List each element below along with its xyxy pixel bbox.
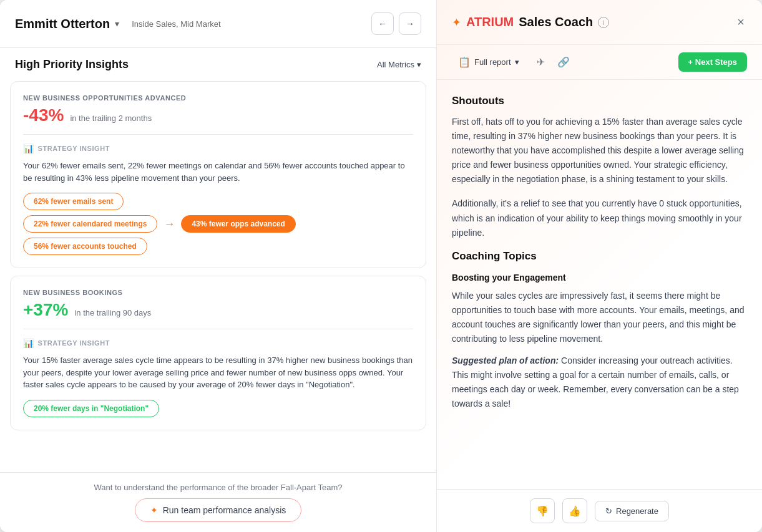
insights-list: NEW BUSINESS OPPORTUNITIES ADVANCED -43%… (0, 81, 436, 472)
card-2-label: NEW BUSINESS BOOKINGS (23, 289, 413, 296)
card-2-insight-text: Your 15% faster average sales cycle time… (23, 354, 413, 391)
pill-negotiation[interactable]: 20% fewer days in "Negotiation" (23, 400, 159, 417)
run-analysis-label: Run team performance analysis (163, 505, 286, 515)
right-panel: ✦ ATRIUM Sales Coach i × 📋 Full report ▾… (437, 0, 762, 532)
card-2-metric-pct: +37% (23, 300, 68, 320)
pill-meetings[interactable]: 22% fewer calendared meetings (23, 215, 157, 233)
toolbar-icons: ✈ 🔗 (533, 52, 671, 72)
insight-card-1: NEW BUSINESS OPPORTUNITIES ADVANCED -43%… (10, 81, 426, 268)
right-footer: 👎 👍 ↻ Regenerate (437, 489, 762, 532)
user-role: Inside Sales, Mid Market (132, 19, 220, 29)
card-2-strategy-label: 📊 STRATEGY INSIGHT (23, 338, 413, 348)
bar-chart-icon: 📊 (23, 143, 34, 153)
right-header: ✦ ATRIUM Sales Coach i × (437, 0, 762, 45)
close-button[interactable]: × (735, 12, 747, 32)
right-content: Shoutouts First off, hats off to you for… (437, 80, 762, 489)
card-2-divider (23, 329, 413, 329)
bar-chart-icon-2: 📊 (23, 338, 34, 348)
card-1-label: NEW BUSINESS OPPORTUNITIES ADVANCED (23, 94, 413, 102)
sparkle-logo-icon: ✦ (452, 16, 461, 29)
pill-accounts-touched[interactable]: 56% fewer accounts touched (23, 238, 147, 255)
send-icon-button[interactable]: ✈ (533, 52, 549, 72)
shoutouts-text-1: First off, hats off to you for achieving… (452, 115, 747, 186)
pill-row-1: 22% fewer calendared meetings → 43% fewe… (23, 215, 413, 233)
user-dropdown-icon[interactable]: ▾ (115, 19, 119, 29)
card-2-pills: 20% fewer days in "Negotiation" (23, 400, 413, 417)
report-icon: 📋 (458, 56, 471, 68)
pill-opps-advanced[interactable]: 43% fewer opps advanced (181, 215, 295, 233)
shoutouts-heading: Shoutouts (452, 95, 747, 107)
coach-title: ✦ ATRIUM Sales Coach i (452, 15, 609, 29)
card-1-metric-row: -43% in the trailing 2 months (23, 105, 413, 125)
sparkle-icon: ✦ (150, 505, 158, 515)
atrium-text: ATRIUM (466, 15, 514, 29)
topic-heading: Boosting your Engagement (452, 273, 747, 283)
card-1-metric-subtitle: in the trailing 2 months (70, 114, 152, 123)
team-footer: Want to understand the performance of th… (0, 472, 436, 532)
left-panel: Emmitt Otterton ▾ Inside Sales, Mid Mark… (0, 0, 437, 532)
nav-back-button[interactable]: ← (371, 12, 394, 35)
thumbs-up-button[interactable]: 👍 (562, 498, 587, 523)
suggested-plan-label: Suggested plan of action: (452, 355, 559, 365)
info-icon[interactable]: i (598, 17, 609, 28)
user-name: Emmitt Otterton (15, 17, 110, 31)
card-1-pills: 62% fewer emails sent 22% fewer calendar… (23, 193, 413, 255)
team-question: Want to understand the performance of th… (15, 483, 421, 492)
chevron-down-icon: ▾ (417, 60, 421, 69)
full-report-button[interactable]: 📋 Full report ▾ (452, 52, 525, 72)
next-steps-button[interactable]: + Next Steps (678, 52, 747, 72)
topic-text: While your sales cycles are impressively… (452, 289, 747, 346)
arrow-right-icon: → (164, 218, 175, 231)
nav-arrows: ← → (371, 12, 421, 35)
card-1-insight-text: Your 62% fewer emails sent, 22% fewer me… (23, 160, 413, 184)
pill-row-2: 56% fewer accounts touched (23, 238, 413, 255)
all-metrics-button[interactable]: All Metrics ▾ (377, 60, 421, 69)
pill-row-0: 62% fewer emails sent (23, 193, 413, 210)
card-1-divider (23, 134, 413, 135)
pill-row-negotiation: 20% fewer days in "Negotiation" (23, 400, 413, 417)
card-1-strategy-label: 📊 STRATEGY INSIGHT (23, 143, 413, 153)
full-report-label: Full report (474, 57, 511, 67)
card-2-metric-row: +37% in the trailing 90 days (23, 300, 413, 320)
regenerate-button[interactable]: ↻ Regenerate (595, 501, 669, 521)
nav-forward-button[interactable]: → (399, 12, 421, 35)
shoutouts-text-2: Additionally, it's a relief to see that … (452, 196, 747, 239)
insight-card-2: NEW BUSINESS BOOKINGS +37% in the traili… (10, 276, 426, 430)
full-report-chevron-icon: ▾ (515, 57, 519, 67)
user-name-row: Emmitt Otterton ▾ Inside Sales, Mid Mark… (15, 17, 221, 31)
insights-title: High Priority Insights (15, 58, 129, 71)
thumbs-down-button[interactable]: 👎 (530, 498, 555, 523)
link-icon-button[interactable]: 🔗 (554, 52, 574, 72)
sales-coach-text: Sales Coach (519, 15, 593, 29)
pill-emails-sent[interactable]: 62% fewer emails sent (23, 193, 124, 210)
coaching-topics-heading: Coaching Topics (452, 250, 747, 263)
run-analysis-button[interactable]: ✦ Run team performance analysis (135, 498, 302, 522)
card-2-metric-subtitle: in the trailing 90 days (74, 308, 151, 317)
left-header: Emmitt Otterton ▾ Inside Sales, Mid Mark… (0, 0, 436, 48)
insights-header: High Priority Insights All Metrics ▾ (0, 48, 436, 81)
regenerate-icon: ↻ (605, 506, 612, 516)
right-toolbar: 📋 Full report ▾ ✈ 🔗 + Next Steps (437, 45, 762, 80)
suggested-plan-text: Suggested plan of action: Consider incre… (452, 354, 747, 411)
card-1-metric-pct: -43% (23, 105, 64, 125)
regenerate-label: Regenerate (616, 506, 658, 516)
